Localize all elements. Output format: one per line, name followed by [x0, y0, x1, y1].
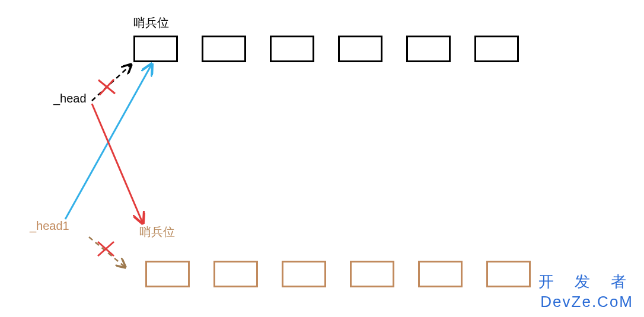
top-node-6 — [474, 36, 519, 62]
strike-head1-old-1 — [98, 242, 114, 256]
arrow-head1-old — [89, 237, 125, 267]
bottom-node-6 — [486, 261, 531, 287]
arrow-head-old — [92, 65, 130, 101]
arrow-head1-to-top — [65, 65, 151, 219]
watermark-cn: 开 发 者 — [538, 271, 635, 292]
bottom-node-2 — [213, 261, 258, 287]
top-node-5 — [406, 36, 451, 62]
top-sentinel-node — [133, 36, 178, 62]
bottom-node-3 — [282, 261, 326, 287]
top-node-3 — [270, 36, 314, 62]
strike-head-old-1 — [98, 80, 115, 94]
head-label: _head — [53, 92, 87, 105]
arrow-head-to-bottom — [92, 104, 142, 222]
watermark-en: DevZe.CoM — [540, 293, 633, 311]
top-node-4 — [338, 36, 382, 62]
diagram-stage: 哨兵位 哨兵位 _head _head1 — [0, 0, 644, 317]
bottom-node-5 — [418, 261, 463, 287]
sentinel-label-bottom: 哨兵位 — [139, 224, 175, 240]
strike-head-old-2 — [100, 79, 114, 95]
strike-head1-old-2 — [98, 242, 114, 256]
top-node-2 — [202, 36, 246, 62]
bottom-node-4 — [350, 261, 394, 287]
head1-label: _head1 — [30, 219, 69, 233]
bottom-sentinel-node — [145, 261, 190, 287]
sentinel-label-top: 哨兵位 — [133, 15, 169, 31]
